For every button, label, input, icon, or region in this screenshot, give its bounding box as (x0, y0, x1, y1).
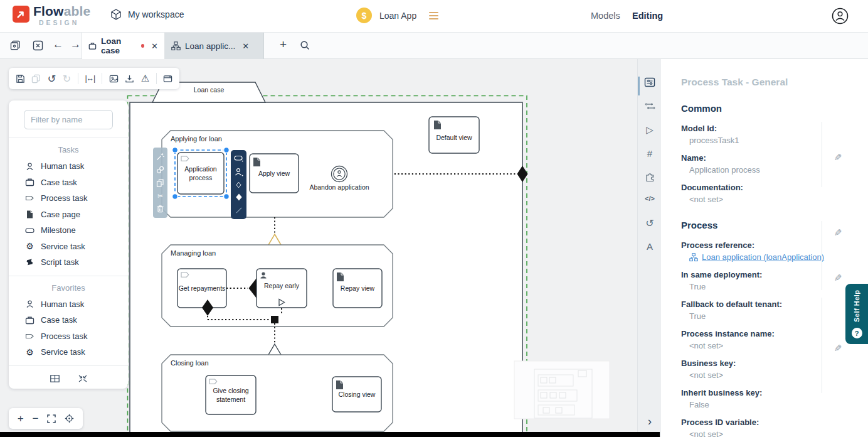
create-connector-icon[interactable] (235, 207, 243, 214)
create-milestone-icon[interactable] (234, 155, 243, 162)
palette-item-case-page[interactable]: Case page (9, 207, 128, 223)
resize-handle[interactable] (172, 194, 178, 200)
field-inherit-business-key[interactable]: Inherit business key: False (681, 387, 868, 410)
rail-text-annotation-icon[interactable]: A (638, 241, 662, 252)
flowable-logo-icon (13, 6, 29, 23)
tab-loan-application[interactable]: Loan applic... ✕ (165, 33, 264, 59)
favorite-item-case-task[interactable]: Case task (9, 312, 128, 328)
validation-warning-icon[interactable]: ⚠ (141, 73, 149, 84)
minimap[interactable] (514, 361, 610, 419)
resize-handle[interactable] (224, 148, 230, 153)
back-arrow-icon[interactable]: ← (53, 38, 63, 51)
zoom-out-button[interactable]: − (33, 413, 39, 425)
field-label: Fallback to default tenant: (681, 299, 868, 310)
main-area: Loan case Default view Applying for loan… (0, 59, 868, 437)
divider (78, 73, 78, 84)
import-icon[interactable] (125, 74, 134, 84)
edit-icon[interactable]: ✎ (834, 343, 842, 354)
magic-wand-icon[interactable] (156, 153, 164, 161)
field-value: False (689, 399, 868, 410)
resize-handle[interactable] (224, 194, 230, 200)
exit-sentry-managing[interactable] (271, 316, 278, 323)
edit-icon[interactable]: ✎ (834, 227, 842, 239)
save-icon[interactable] (16, 74, 25, 84)
fit-width-icon[interactable]: |↔| (85, 74, 95, 83)
search-icon[interactable] (300, 40, 310, 51)
copy-icon[interactable] (156, 179, 164, 187)
favorite-item-process-task[interactable]: Process task (9, 328, 128, 345)
divider (822, 221, 822, 290)
divider (9, 276, 128, 276)
undo-icon[interactable]: ↺ (48, 73, 56, 85)
field-process-reference[interactable]: Process reference: Loan application (loa… (681, 240, 868, 262)
forward-arrow-icon[interactable]: → (70, 38, 81, 51)
field-documentation[interactable]: Documentation: <not set> (681, 182, 868, 205)
new-tab-icon[interactable]: + (280, 38, 287, 51)
export-image-icon[interactable] (109, 74, 119, 84)
save-all-icon[interactable] (10, 40, 21, 51)
rail-execution-icon[interactable]: ▷ (638, 124, 662, 136)
process-task-icon (25, 332, 34, 340)
process-model-icon (171, 41, 181, 51)
field-process-id-variable[interactable]: Process ID variable: <not set> (681, 417, 868, 437)
diagram-canvas[interactable]: Loan case Default view Applying for loan… (0, 59, 637, 437)
favorite-item-human-task[interactable]: Human task (9, 296, 128, 313)
fit-to-screen-button[interactable] (47, 414, 56, 423)
element-label: Get repayments (177, 269, 226, 308)
panel-icon[interactable] (163, 74, 172, 84)
field-business-key[interactable]: Business key: <not set> (681, 358, 868, 380)
zoom-in-button[interactable]: + (18, 413, 24, 425)
palette-item-milestone[interactable]: Milestone (9, 222, 128, 239)
delete-icon[interactable] (156, 205, 164, 213)
self-help-label: Self Help (853, 284, 860, 328)
self-help-tab[interactable]: Self Help ? (845, 284, 868, 344)
cut-icon[interactable]: ✂ (157, 193, 163, 200)
palette-filter-input[interactable] (24, 110, 113, 129)
grid-view-icon[interactable] (50, 375, 60, 382)
rail-variables-icon[interactable]: # (638, 148, 662, 159)
resize-handle[interactable] (172, 148, 178, 153)
create-human-task-icon[interactable] (234, 168, 243, 176)
nav-models[interactable]: Models (591, 11, 620, 21)
close-tab-icon[interactable]: ✕ (242, 41, 249, 51)
center-target-button[interactable] (65, 414, 74, 423)
rail-history-icon[interactable]: ↺ (638, 217, 662, 229)
app-hamburger-icon[interactable] (429, 12, 438, 19)
process-reference-link[interactable]: Loan application (loanApplication) (702, 252, 824, 262)
palette-item-case-task[interactable]: Case task (9, 175, 128, 191)
app-menu[interactable]: $ Loan App (356, 8, 438, 23)
divider (156, 73, 157, 84)
user-avatar-icon[interactable] (832, 8, 849, 24)
palette-item-human-task[interactable]: Human task (9, 158, 128, 175)
field-label: Inherit business key: (681, 387, 868, 398)
rail-general-properties-icon[interactable] (638, 77, 662, 87)
field-label: Business key: (681, 358, 868, 369)
palette-item-label: Script task (41, 257, 79, 267)
palette-item-service-task[interactable]: ⚙ Service task (9, 239, 128, 255)
field-model-id[interactable]: Model Id: processTask1 (681, 123, 868, 146)
field-fallback-default-tenant[interactable]: Fallback to default tenant: True (681, 299, 868, 321)
process-task-icon (25, 194, 34, 202)
copy-icon[interactable] (31, 74, 41, 84)
palette-item-process-task[interactable]: Process task (9, 190, 128, 207)
collapse-panel-icon[interactable]: › (638, 414, 662, 428)
create-entry-sentry-icon[interactable] (235, 181, 242, 188)
edit-icon[interactable]: ✎ (834, 272, 842, 284)
redo-icon[interactable]: ↻ (63, 73, 71, 85)
collapse-palette-icon[interactable] (78, 375, 87, 382)
close-all-icon[interactable] (33, 40, 43, 51)
workspace-selector[interactable]: My workspace (110, 9, 184, 20)
close-tab-icon[interactable]: ✕ (151, 41, 158, 51)
element-abandon-application[interactable] (332, 166, 347, 182)
create-exit-sentry-icon[interactable] (235, 193, 243, 201)
tab-loan-case[interactable]: Loan case ✕ (82, 33, 165, 59)
palette-item-label: Process task (41, 332, 87, 341)
favorite-item-service-task[interactable]: ⚙ Service task (9, 344, 128, 360)
nav-editing[interactable]: Editing (632, 11, 663, 21)
rail-code-icon[interactable]: </> (638, 195, 662, 202)
palette-item-script-task[interactable]: Script task (9, 254, 128, 271)
link-icon[interactable] (156, 166, 164, 174)
edit-icon[interactable]: ✎ (834, 152, 842, 163)
rail-extensions-icon[interactable] (638, 171, 662, 181)
rail-mapping-icon[interactable] (638, 102, 662, 111)
